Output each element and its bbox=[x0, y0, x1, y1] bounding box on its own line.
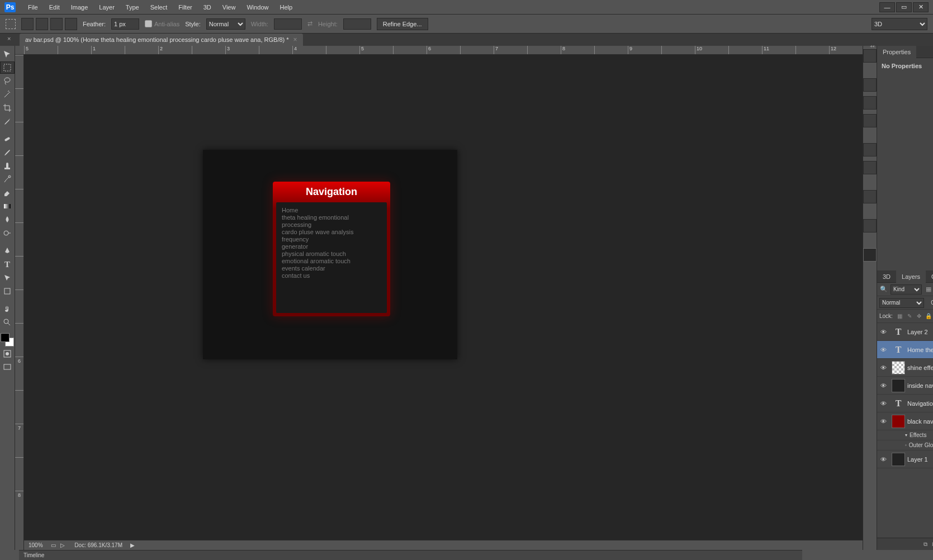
pen-tool[interactable] bbox=[0, 245, 15, 257]
filter-pixel-icon[interactable]: ▦ bbox=[924, 285, 933, 294]
wand-tool[interactable] bbox=[0, 88, 15, 101]
visibility-icon[interactable]: 👁 bbox=[877, 329, 889, 335]
filter-kind-select[interactable]: Kind bbox=[891, 284, 922, 295]
menu-type[interactable]: Type bbox=[120, 4, 145, 11]
refine-edge-button[interactable]: Refine Edge... bbox=[377, 18, 428, 30]
layer-name[interactable]: black nav bar box bbox=[907, 418, 933, 425]
maximize-button[interactable]: ▭ bbox=[896, 2, 912, 12]
subtract-selection-icon[interactable] bbox=[50, 18, 63, 30]
close-tab-icon[interactable]: × bbox=[293, 36, 297, 44]
layer-thumbnail[interactable]: T bbox=[892, 397, 905, 410]
canvas[interactable]: Navigation Home theta healing emontional… bbox=[24, 55, 863, 550]
lock-all-icon[interactable]: 🔒 bbox=[925, 312, 932, 320]
lock-transparency-icon[interactable]: ▦ bbox=[896, 312, 904, 320]
blend-mode-select[interactable]: Normal bbox=[879, 298, 924, 308]
document-tab[interactable]: × av bar.psd @ 100% (Home theta healing … bbox=[20, 34, 303, 46]
timeline-bar[interactable]: Timeline bbox=[19, 550, 802, 560]
adjustments-panel-icon[interactable] bbox=[863, 190, 877, 203]
layer-row[interactable]: 👁THome theta healing emon... bbox=[877, 341, 933, 359]
marquee-tool[interactable] bbox=[0, 61, 15, 74]
workspace-select[interactable]: 3D bbox=[872, 18, 927, 30]
marquee-icon[interactable] bbox=[6, 19, 16, 29]
layer-row[interactable]: 👁black nav bar box🔒fx ▾ bbox=[877, 412, 933, 430]
hand-tool[interactable] bbox=[0, 303, 15, 315]
visibility-icon[interactable]: 👁 bbox=[877, 364, 889, 371]
swatches-panel-icon[interactable] bbox=[863, 96, 877, 110]
color-swatches[interactable] bbox=[1, 333, 14, 347]
new-selection-icon[interactable] bbox=[21, 18, 34, 30]
layer-thumbnail[interactable]: T bbox=[892, 325, 905, 339]
layer-name[interactable]: Layer 2 bbox=[907, 329, 933, 335]
visibility-icon[interactable]: 👁 bbox=[877, 382, 889, 389]
menu-filter[interactable]: Filter bbox=[173, 4, 197, 11]
dock-collapse-icon[interactable]: ◂◂ bbox=[863, 44, 877, 48]
layer-name[interactable]: Home theta healing emon... bbox=[907, 347, 933, 353]
menu-edit[interactable]: Edit bbox=[44, 4, 65, 11]
menu-image[interactable]: Image bbox=[65, 4, 94, 11]
type-tool[interactable]: T bbox=[0, 258, 15, 270]
lasso-tool[interactable] bbox=[0, 75, 15, 87]
minimize-button[interactable]: — bbox=[879, 2, 895, 12]
menu-file[interactable]: File bbox=[22, 4, 44, 11]
layer-row[interactable]: 👁inside nav bar🔒 bbox=[877, 377, 933, 395]
paragraph-panel-icon[interactable] bbox=[863, 161, 877, 174]
navigator-panel-icon[interactable] bbox=[863, 219, 877, 232]
layer-thumbnail[interactable]: T bbox=[892, 343, 905, 357]
tab-3d[interactable]: 3D bbox=[877, 270, 896, 283]
menu-3d[interactable]: 3D bbox=[198, 4, 217, 11]
ruler-vertical[interactable]: 6 7 8 bbox=[15, 55, 24, 550]
status-icons[interactable]: ▭ ▷ bbox=[51, 542, 67, 548]
layer-row[interactable]: 👁TNavigation bbox=[877, 395, 933, 412]
layer-thumbnail[interactable] bbox=[892, 361, 905, 374]
lock-pixels-icon[interactable]: ✎ bbox=[906, 312, 913, 320]
shape-tool[interactable] bbox=[0, 285, 15, 297]
visibility-icon[interactable]: 👁 bbox=[877, 347, 889, 353]
tab-menu-icon[interactable]: × bbox=[7, 35, 16, 44]
eyedropper-tool[interactable] bbox=[0, 115, 15, 127]
properties-tab[interactable]: Properties bbox=[877, 46, 916, 58]
tab-channels[interactable]: Channels bbox=[926, 270, 933, 283]
stamp-tool[interactable] bbox=[0, 160, 15, 172]
layer-thumbnail[interactable] bbox=[892, 415, 905, 428]
dodge-tool[interactable] bbox=[0, 227, 15, 239]
menu-help[interactable]: Help bbox=[274, 4, 299, 11]
tab-layers[interactable]: Layers bbox=[896, 270, 926, 283]
intersect-selection-icon[interactable] bbox=[65, 18, 77, 30]
layer-name[interactable]: shine effect bbox=[907, 364, 933, 371]
screenmode-tool[interactable] bbox=[0, 361, 15, 373]
visibility-icon[interactable]: 👁 bbox=[877, 456, 889, 463]
visibility-icon[interactable]: 👁 bbox=[877, 400, 889, 407]
color-panel-icon[interactable] bbox=[863, 78, 877, 92]
status-arrow-icon[interactable]: ▶ bbox=[130, 542, 135, 548]
character-panel-icon[interactable] bbox=[863, 143, 877, 156]
foreground-color-swatch[interactable] bbox=[1, 333, 10, 342]
brush-tool[interactable] bbox=[0, 146, 15, 159]
visibility-icon[interactable]: 👁 bbox=[877, 418, 889, 425]
layer-name[interactable]: Navigation bbox=[907, 400, 933, 407]
layers-list[interactable]: 👁TLayer 2👁THome theta healing emon...👁sh… bbox=[877, 323, 933, 538]
history-brush-tool[interactable] bbox=[0, 173, 15, 186]
layer-row[interactable]: 👁TLayer 2 bbox=[877, 323, 933, 341]
style-select[interactable]: Normal bbox=[206, 18, 245, 30]
lock-position-icon[interactable]: ✥ bbox=[915, 312, 923, 320]
history-panel-icon[interactable] bbox=[863, 49, 877, 63]
crop-tool[interactable] bbox=[0, 102, 15, 114]
close-button[interactable]: ✕ bbox=[913, 2, 929, 12]
zoom-tool[interactable] bbox=[0, 316, 15, 329]
add-selection-icon[interactable] bbox=[36, 18, 48, 30]
blur-tool[interactable] bbox=[0, 213, 15, 226]
move-tool[interactable] bbox=[0, 48, 15, 60]
healing-tool[interactable] bbox=[0, 133, 15, 145]
eraser-tool[interactable] bbox=[0, 187, 15, 199]
layer-name[interactable]: Layer 1 bbox=[907, 456, 933, 463]
layer-thumbnail[interactable] bbox=[892, 453, 905, 466]
layer-effect-row[interactable]: ◦Outer Glow bbox=[877, 440, 933, 450]
feather-input[interactable] bbox=[111, 18, 139, 30]
styles-panel-icon[interactable] bbox=[863, 114, 877, 127]
layer-effect-row[interactable]: ▾Effects bbox=[877, 430, 933, 440]
gradient-tool[interactable] bbox=[0, 200, 15, 212]
properties-panel-icon[interactable] bbox=[863, 248, 877, 262]
menu-window[interactable]: Window bbox=[241, 4, 274, 11]
menu-layer[interactable]: Layer bbox=[93, 4, 120, 11]
menu-view[interactable]: View bbox=[217, 4, 241, 11]
